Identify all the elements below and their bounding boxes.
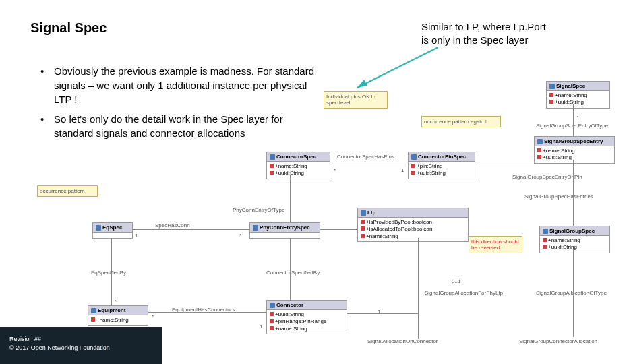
footer-revision: Revision ## [9, 335, 152, 344]
assoc-line [290, 175, 291, 222]
mult: 1 [378, 309, 380, 315]
assoc-line [148, 312, 266, 313]
assoc-line [573, 104, 574, 136]
class-equipment: Equipment +name:String [88, 305, 148, 326]
note-pattern-top: occurrence pattern again ! [421, 116, 501, 127]
bullet-item: Obviously the previous example is madnes… [40, 64, 324, 107]
mult: * [115, 299, 117, 305]
assoc-line [347, 313, 418, 314]
page-title: Signal Spec [30, 20, 107, 36]
assoc-line [330, 162, 408, 162]
class-signalgroupspecentry: SignalGroupSpecEntry +name:String+uuid:S… [534, 136, 615, 164]
label-phyconnentryoftype: PhyConnEntryOfType [233, 207, 284, 213]
label-siggroupconnalloc: SignalGroupConnectorAllocation [519, 338, 597, 344]
label-connectorspec-haspins: ConnectorSpecHasPins [337, 154, 394, 160]
mult: * [152, 313, 154, 320]
label-sigalloconconnector: SignalAllocationOnConnector [367, 338, 438, 344]
class-signalspec: SignalSpec +name:String+uuid:String [546, 81, 610, 109]
assoc-line [133, 229, 249, 230]
mult: 1 [135, 233, 138, 239]
assoc-line [418, 238, 419, 339]
assoc-line [475, 162, 534, 162]
assoc-line [573, 160, 574, 226]
assoc-line [320, 229, 357, 230]
label-specentryoftype: SignalGroupSpecEntryOfType [536, 123, 608, 129]
footer: Revision ## © 2017 Open Networking Found… [0, 327, 162, 364]
class-connectorpinspec: ConnectorPinSpec +pin:String+uuid:String [408, 152, 475, 179]
mult: * [239, 233, 241, 239]
label-spechasentries: SignalGroupSpecHasEntries [524, 193, 593, 200]
label-spechasconn: SpecHasConn [155, 222, 190, 229]
note-direction: this direction should be reversed [469, 236, 522, 253]
label-connspecifiedby: ConnectorSpecifiedBy [266, 270, 320, 276]
mult: 1 [401, 167, 404, 173]
class-phyconnentryspec: PhyConnEntrySpec [249, 222, 320, 239]
svg-line-0 [357, 47, 438, 88]
mult: 1 [576, 115, 579, 121]
mult: * [334, 167, 336, 173]
footer-copyright: © 2017 Open Networking Foundation [9, 344, 152, 353]
bullet-item: So let's only do the detail work in the … [40, 112, 324, 140]
mult: 0..1 [452, 278, 460, 284]
class-connector: Connector +uuid:String+pinRange:PinRange… [266, 300, 347, 334]
label-eqspecifiedby: EqSpecifiedBy [91, 270, 126, 276]
label-siggroupallocoftype: SignalGroupAllocationOfType [536, 290, 607, 296]
note-occurrence: occurrence pattern [37, 185, 98, 197]
class-connectorspec: ConnectorSpec +name:String+uuid:String [266, 152, 330, 179]
assoc-line [111, 238, 112, 305]
class-signalgroupspec: SignalGroupSpec +name:String+uuid:String [539, 226, 610, 253]
assoc-line [573, 249, 574, 337]
label-specentryonpin: SignalGroupSpecEntryOnPin [512, 174, 582, 180]
class-ltp: Ltp +isProvidedByPool:boolean+isAllocate… [357, 208, 469, 242]
svg-marker-1 [357, 80, 367, 88]
bullet-list: Obviously the previous example is madnes… [40, 64, 324, 146]
class-eqspec: EqSpec [92, 222, 133, 239]
mult: 1 [260, 324, 262, 330]
callout-arrow [351, 40, 445, 94]
label-siggroupallocphyltp: SignalGroupAllocationForPhyLtp [425, 290, 503, 296]
assoc-line [290, 238, 291, 300]
